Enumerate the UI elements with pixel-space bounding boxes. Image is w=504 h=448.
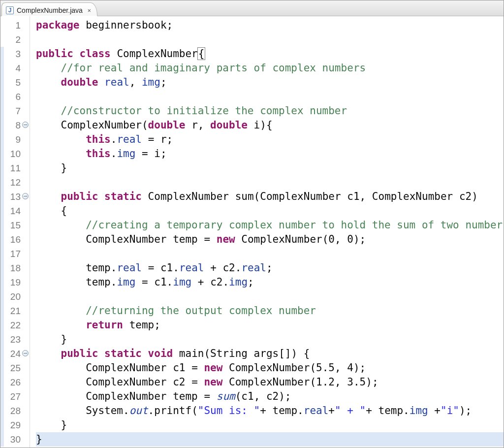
gutter-line-number[interactable]: 28 (0, 404, 30, 418)
gutter-line-number[interactable]: 14 (0, 204, 30, 218)
gutter-line-number[interactable]: 18 (0, 261, 30, 275)
gutter-line-number[interactable]: 15 (0, 218, 30, 232)
code-line[interactable]: //creating a temporary complex number to… (36, 218, 504, 232)
code-line[interactable]: ComplexNumber temp = sum(c1, c2); (36, 389, 504, 404)
gutter-line-number[interactable]: 23 (0, 332, 30, 347)
gutter-line-number[interactable]: 24 (0, 347, 30, 361)
gutter-line-number[interactable]: 27 (0, 389, 30, 404)
tab-bar: J ComplexNumber.java ✕ (0, 0, 504, 16)
code-line[interactable] (36, 32, 504, 47)
code-line[interactable]: temp.img = c1.img + c2.img; (36, 275, 504, 289)
gutter-line-number[interactable]: 22 (0, 318, 30, 332)
code-line[interactable]: ComplexNumber c1 = new ComplexNumber(5.5… (36, 361, 504, 375)
gutter-line-number[interactable]: 1 (0, 18, 30, 32)
code-line[interactable] (36, 90, 504, 104)
code-area: 1234567891011121314151617181920212223242… (0, 16, 504, 448)
code-editor[interactable]: package beginnersbook;public class Compl… (30, 16, 504, 448)
gutter-line-number[interactable]: 5 (0, 75, 30, 90)
gutter-line-number[interactable]: 2 (0, 32, 30, 47)
code-line[interactable]: return temp; (36, 318, 504, 332)
gutter-line-number[interactable]: 26 (0, 375, 30, 389)
gutter-line-number[interactable]: 25 (0, 361, 30, 375)
gutter: 1234567891011121314151617181920212223242… (0, 16, 30, 448)
gutter-line-number[interactable]: 20 (0, 289, 30, 304)
code-line[interactable]: ComplexNumber temp = new ComplexNumber(0… (36, 232, 504, 247)
code-line[interactable]: //constructor to initialize the complex … (36, 104, 504, 118)
code-line[interactable]: temp.real = c1.real + c2.real; (36, 261, 504, 275)
gutter-line-number[interactable]: 4 (0, 61, 30, 75)
code-line[interactable]: //for real and imaginary parts of comple… (36, 61, 504, 75)
fold-toggle-icon[interactable] (22, 350, 29, 356)
gutter-line-number[interactable]: 11 (0, 161, 30, 175)
fold-toggle-icon[interactable] (22, 122, 29, 128)
fold-toggle-icon[interactable] (22, 193, 29, 199)
code-line[interactable]: System.out.printf("Sum is: "+ temp.real+… (36, 404, 504, 418)
tab-filename: ComplexNumber.java (17, 6, 83, 14)
code-line[interactable]: } (36, 332, 504, 347)
gutter-line-number[interactable]: 12 (0, 175, 30, 190)
code-line[interactable]: } (36, 418, 504, 432)
gutter-line-number[interactable]: 19 (0, 275, 30, 289)
code-line[interactable]: public static ComplexNumber sum(ComplexN… (36, 190, 504, 204)
code-line[interactable]: //returning the output complex number (36, 304, 504, 318)
gutter-line-number[interactable]: 13 (0, 190, 30, 204)
code-line[interactable] (36, 247, 504, 261)
java-file-icon: J (6, 6, 14, 14)
code-line[interactable]: this.real = r; (36, 132, 504, 147)
code-line[interactable]: this.img = i; (36, 147, 504, 161)
gutter-line-number[interactable]: 9 (0, 132, 30, 147)
gutter-line-number[interactable]: 30 (0, 432, 30, 447)
editor: J ComplexNumber.java ✕ 12345678910111213… (0, 0, 504, 448)
gutter-line-number[interactable]: 29 (0, 418, 30, 432)
gutter-line-number[interactable]: 10 (0, 147, 30, 161)
code-line[interactable]: public static void main(String args[]) { (36, 347, 504, 361)
code-line[interactable]: ComplexNumber(double r, double i){ (36, 118, 504, 132)
current-line-highlight: } (36, 432, 504, 447)
code-line[interactable]: public class ComplexNumber{ (36, 47, 504, 61)
gutter-line-number[interactable]: 8 (0, 118, 30, 132)
file-tab[interactable]: J ComplexNumber.java ✕ (1, 2, 97, 16)
code-line[interactable]: { (36, 204, 504, 218)
code-line[interactable] (36, 175, 504, 190)
code-line[interactable]: package beginnersbook; (36, 18, 504, 32)
code-line[interactable]: } (36, 161, 504, 175)
gutter-line-number[interactable]: 17 (0, 247, 30, 261)
code-line[interactable]: double real, img; (36, 75, 504, 90)
code-line[interactable]: ComplexNumber c2 = new ComplexNumber(1.2… (36, 375, 504, 389)
gutter-line-number[interactable]: 21 (0, 304, 30, 318)
gutter-line-number[interactable]: 3 (0, 47, 30, 61)
close-icon[interactable]: ✕ (88, 7, 90, 14)
code-line[interactable] (36, 289, 504, 304)
gutter-line-number[interactable]: 7 (0, 104, 30, 118)
gutter-line-number[interactable]: 16 (0, 232, 30, 247)
code-line[interactable]: } (36, 432, 504, 447)
gutter-line-number[interactable]: 6 (0, 90, 30, 104)
